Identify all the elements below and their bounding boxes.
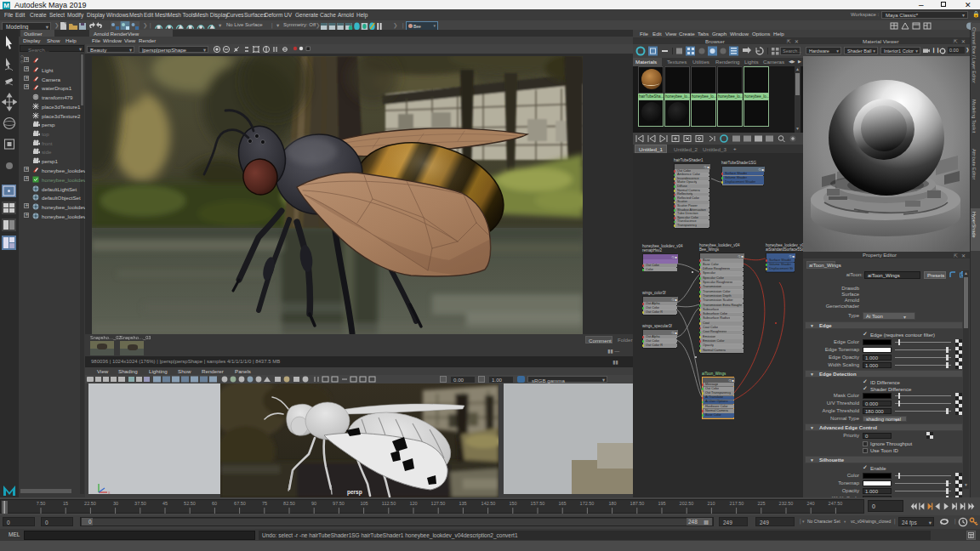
svg-text:x: x (108, 490, 111, 495)
